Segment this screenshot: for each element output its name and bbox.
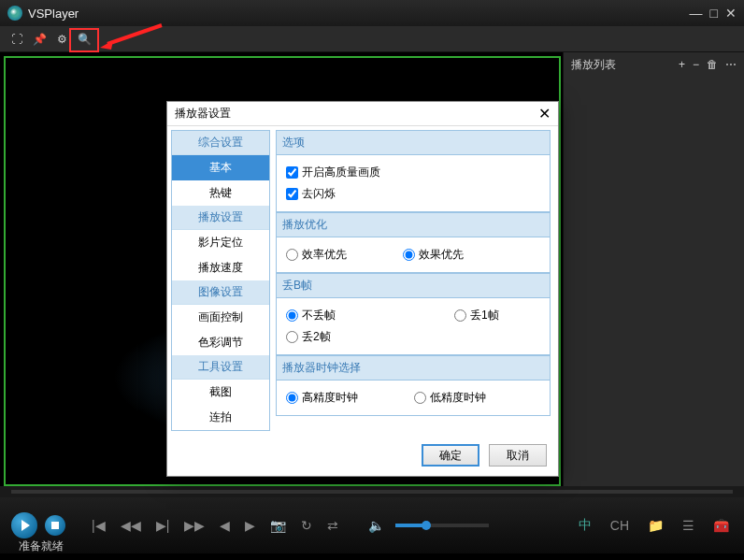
app-logo-icon xyxy=(7,6,22,21)
nav-item-burst[interactable]: 连拍 xyxy=(172,405,269,430)
volume-slider[interactable] xyxy=(395,524,489,527)
settings-dialog: 播放器设置 ✕ 综合设置 基本 热键 播放设置 影片定位 播放速度 图像设置 画… xyxy=(166,101,559,477)
fullscreen-icon[interactable]: ⛶ xyxy=(6,29,28,50)
forward-icon[interactable]: ▶▶ xyxy=(180,518,208,533)
radio-quality[interactable]: 效果优先 xyxy=(403,247,464,263)
playback-controls: |◀ ◀◀ ▶| ▶▶ ◀ ▶ 📷 ↻ ⇄ 🔈 中 CH 📁 ☰ 🧰 xyxy=(0,497,744,553)
playlist-remove-icon[interactable]: − xyxy=(693,58,699,71)
playlist-trash-icon[interactable]: 🗑 xyxy=(707,58,718,71)
skip-prev-icon[interactable]: |◀ xyxy=(88,518,109,533)
play-button[interactable] xyxy=(11,512,37,538)
group-dropb-header: 丢B帧 xyxy=(276,273,551,298)
app-title: VSPlayer xyxy=(28,7,79,21)
lang-zh-icon[interactable]: 中 xyxy=(575,517,595,534)
folder-icon[interactable]: 📁 xyxy=(644,518,667,533)
nav-item-speed[interactable]: 播放速度 xyxy=(172,255,269,280)
radio-lowclock[interactable]: 低精度时钟 xyxy=(414,390,486,406)
progress-bar[interactable] xyxy=(0,486,744,497)
playlist-more-icon[interactable]: ⋯ xyxy=(725,58,737,71)
nav-section-header: 综合设置 xyxy=(172,131,269,155)
nav-item-snapshot[interactable]: 截图 xyxy=(172,380,269,405)
lang-ch-icon[interactable]: CH xyxy=(607,518,633,533)
nav-item-picture[interactable]: 画面控制 xyxy=(172,305,269,330)
camera-icon[interactable]: 📷 xyxy=(266,518,290,533)
search-icon[interactable]: 🔍 xyxy=(73,29,95,50)
frame-fwd-icon[interactable]: ▶ xyxy=(241,518,259,533)
checkbox-deflicker[interactable]: 去闪烁 xyxy=(286,186,336,202)
list-icon[interactable]: ☰ xyxy=(679,518,698,533)
group-options-header: 选项 xyxy=(276,130,551,155)
settings-icon[interactable]: ⚙ xyxy=(50,29,73,50)
sidebar-title: 播放列表 xyxy=(571,57,616,73)
toolbar: ⛶ 📌 ⚙ 🔍 xyxy=(0,26,744,52)
cancel-button[interactable]: 取消 xyxy=(489,444,547,467)
nav-item-color[interactable]: 色彩调节 xyxy=(172,330,269,355)
rewind-icon[interactable]: ◀◀ xyxy=(117,518,145,533)
group-playopt-header: 播放优化 xyxy=(276,212,551,237)
ok-button[interactable]: 确定 xyxy=(422,444,479,467)
loop-icon[interactable]: ⇄ xyxy=(323,518,342,533)
radio-highclock[interactable]: 高精度时钟 xyxy=(286,390,358,406)
settings-nav: 综合设置 基本 热键 播放设置 影片定位 播放速度 图像设置 画面控制 色彩调节… xyxy=(171,130,270,431)
pin-icon[interactable]: 📌 xyxy=(28,29,50,50)
nav-item-basic[interactable]: 基本 xyxy=(172,155,269,180)
nav-section-header: 播放设置 xyxy=(172,206,269,230)
checkbox-hq[interactable]: 开启高质量画质 xyxy=(286,165,380,180)
status-text: 准备就绪 xyxy=(19,538,64,554)
titlebar: VSPlayer — □ ✕ xyxy=(0,0,744,26)
volume-icon[interactable]: 🔈 xyxy=(365,518,388,533)
step-back-icon[interactable]: ▶| xyxy=(152,518,174,533)
radio-drop2[interactable]: 丢2帧 xyxy=(286,329,398,345)
nav-item-seek[interactable]: 影片定位 xyxy=(172,230,269,255)
stop-button[interactable] xyxy=(45,515,65,536)
nav-section-header: 图像设置 xyxy=(172,280,269,305)
nav-section-header: 工具设置 xyxy=(172,355,269,380)
dialog-close-icon[interactable]: ✕ xyxy=(538,105,551,122)
refresh-icon[interactable]: ↻ xyxy=(297,518,316,533)
close-icon[interactable]: ✕ xyxy=(725,6,737,21)
maximize-icon[interactable]: □ xyxy=(710,6,718,21)
minimize-icon[interactable]: — xyxy=(690,6,703,21)
playlist-add-icon[interactable]: + xyxy=(679,58,685,71)
radio-drop1[interactable]: 丢1帧 xyxy=(454,308,499,323)
frame-back-icon[interactable]: ◀ xyxy=(216,518,234,533)
playlist-sidebar: 播放列表 + − 🗑 ⋯ xyxy=(563,52,744,486)
nav-item-hotkey[interactable]: 热键 xyxy=(172,180,269,206)
toolbox-icon[interactable]: 🧰 xyxy=(709,518,733,533)
radio-drop0[interactable]: 不丢帧 xyxy=(286,308,398,323)
dialog-title: 播放器设置 xyxy=(175,106,231,122)
group-clock-header: 播放器时钟选择 xyxy=(276,355,551,381)
radio-efficiency[interactable]: 效率优先 xyxy=(286,247,347,263)
